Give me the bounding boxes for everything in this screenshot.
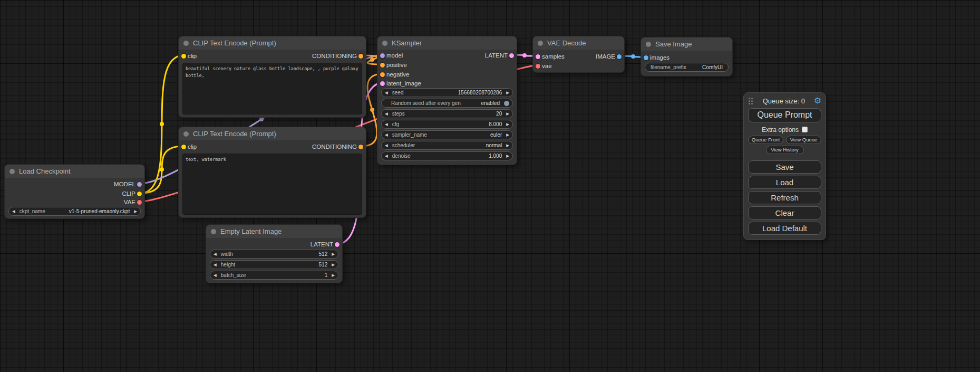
- slot-label: negative: [386, 71, 409, 78]
- increment-arrow-icon[interactable]: ▶: [506, 133, 509, 137]
- increment-arrow-icon[interactable]: ▶: [506, 112, 509, 116]
- node-graph-canvas[interactable]: Load Checkpoint MODEL CLIP VAE ◀ ckpt_na…: [0, 0, 980, 372]
- widget-steps[interactable]: ◀ steps 20 ▶: [381, 109, 513, 118]
- node-title-bar[interactable]: KSampler: [377, 36, 517, 50]
- output-slot-vae: VAE: [124, 198, 144, 206]
- toggle-knob[interactable]: [504, 101, 509, 106]
- widget-denoise[interactable]: ◀ denoise 1.000 ▶: [381, 151, 513, 160]
- increment-arrow-icon[interactable]: ▶: [332, 252, 335, 256]
- input-dot-positive[interactable]: [380, 63, 385, 68]
- input-dot-negative[interactable]: [380, 72, 385, 77]
- widget-filename-prefix[interactable]: filename_prefix ComfyUI: [645, 63, 729, 72]
- slot-label: clip: [188, 144, 197, 150]
- drag-handle-icon[interactable]: [748, 97, 754, 105]
- increment-arrow-icon[interactable]: ▶: [506, 154, 509, 158]
- view-history-button[interactable]: View History: [766, 146, 804, 154]
- input-slot-positive: positive: [377, 61, 407, 69]
- input-dot-vae[interactable]: [536, 64, 540, 69]
- increment-arrow-icon[interactable]: ▶: [506, 144, 509, 148]
- widget-value: 156680208700286: [458, 90, 502, 96]
- extra-options-row: Extra options: [748, 125, 821, 134]
- collapse-dot[interactable]: [183, 41, 189, 46]
- widget-height[interactable]: ◀ height 512 ▶: [210, 260, 338, 269]
- node-clip-text-encode-negative[interactable]: CLIP Text Encode (Prompt) clip CONDITION…: [178, 127, 366, 218]
- node-vae-decode[interactable]: VAE Decode samples vae IMAGE: [532, 36, 625, 73]
- save-button[interactable]: Save: [748, 160, 821, 174]
- queue-prompt-button[interactable]: Queue Prompt: [748, 108, 821, 122]
- refresh-button[interactable]: Refresh: [748, 191, 821, 204]
- node-load-checkpoint[interactable]: Load Checkpoint MODEL CLIP VAE ◀ ckpt_na…: [4, 164, 145, 219]
- output-dot-conditioning[interactable]: [358, 145, 363, 149]
- decrement-arrow-icon[interactable]: ◀: [12, 209, 15, 214]
- input-dot-model[interactable]: [380, 53, 385, 58]
- widget-scheduler[interactable]: ◀ scheduler normal ▶: [381, 141, 513, 150]
- widget-random-seed-toggle[interactable]: Random seed after every gen enabled: [381, 99, 513, 108]
- collapse-dot[interactable]: [538, 41, 543, 46]
- decrement-arrow-icon[interactable]: ◀: [385, 133, 388, 137]
- node-clip-text-encode-positive[interactable]: CLIP Text Encode (Prompt) clip CONDITION…: [178, 36, 366, 118]
- output-slot-model: MODEL: [114, 180, 144, 188]
- node-title-bar[interactable]: VAE Decode: [533, 36, 624, 50]
- node-title-bar[interactable]: Empty Latent Image: [206, 225, 342, 238]
- output-dot-image[interactable]: [617, 54, 622, 59]
- prompt-textarea[interactable]: beautiful scenery nature glass bottle la…: [182, 63, 362, 115]
- node-save-image[interactable]: Save Image images filename_prefix ComfyU…: [641, 37, 733, 77]
- widget-sampler-name[interactable]: ◀ sampler_name euler ▶: [381, 130, 513, 139]
- queue-front-button[interactable]: Queue Front: [748, 136, 783, 144]
- increment-arrow-icon[interactable]: ▶: [506, 91, 509, 95]
- collapse-dot[interactable]: [183, 131, 189, 137]
- increment-arrow-icon[interactable]: ▶: [332, 273, 335, 278]
- input-dot-clip[interactable]: [181, 145, 186, 149]
- widget-width[interactable]: ◀ width 512 ▶: [210, 250, 338, 259]
- decrement-arrow-icon[interactable]: ◀: [385, 91, 388, 95]
- node-title-bar[interactable]: Load Checkpoint: [5, 165, 144, 178]
- node-title-bar[interactable]: Save Image: [641, 37, 732, 51]
- input-dot-samples[interactable]: [536, 54, 540, 59]
- input-dot-images[interactable]: [644, 55, 648, 60]
- decrement-arrow-icon[interactable]: ◀: [385, 154, 388, 158]
- increment-arrow-icon[interactable]: ▶: [134, 209, 137, 214]
- decrement-arrow-icon[interactable]: ◀: [385, 112, 388, 116]
- node-title-bar[interactable]: CLIP Text Encode (Prompt): [179, 127, 366, 140]
- clear-button[interactable]: Clear: [748, 206, 821, 220]
- decrement-arrow-icon[interactable]: ◀: [385, 144, 388, 148]
- widget-ckpt-name[interactable]: ◀ ckpt_name v1-5-pruned-emaonly.ckpt ▶: [8, 207, 141, 216]
- extra-options-checkbox[interactable]: [802, 127, 808, 132]
- node-title-bar[interactable]: CLIP Text Encode (Prompt): [179, 36, 366, 50]
- slot-label: images: [650, 54, 669, 61]
- output-dot-clip[interactable]: [137, 192, 142, 196]
- decrement-arrow-icon[interactable]: ◀: [214, 273, 217, 278]
- load-default-button[interactable]: Load Default: [748, 222, 821, 235]
- prompt-textarea[interactable]: text, watermark: [182, 154, 362, 215]
- collapse-dot[interactable]: [9, 169, 15, 174]
- output-dot-latent[interactable]: [335, 242, 339, 247]
- widget-seed[interactable]: ◀ seed 156680208700286 ▶: [381, 88, 513, 97]
- collapse-dot[interactable]: [646, 42, 651, 47]
- slot-label: CONDITIONING: [312, 144, 357, 150]
- collapse-dot[interactable]: [382, 41, 387, 46]
- node-ksampler[interactable]: KSampler model positive negative latent_…: [377, 36, 517, 165]
- increment-arrow-icon[interactable]: ▶: [506, 122, 509, 127]
- output-dot-model[interactable]: [137, 182, 142, 187]
- load-button[interactable]: Load: [748, 176, 821, 189]
- view-queue-button[interactable]: View Queue: [786, 136, 821, 144]
- output-dot-latent[interactable]: [509, 53, 514, 58]
- widget-label: cfg: [392, 121, 399, 127]
- widget-value: 512: [319, 262, 328, 268]
- output-dot-conditioning[interactable]: [358, 54, 363, 59]
- widget-cfg[interactable]: ◀ cfg 8.000 ▶: [381, 120, 513, 129]
- widget-value: 512: [319, 251, 328, 257]
- collapse-dot[interactable]: [211, 229, 216, 234]
- output-dot-vae[interactable]: [137, 200, 142, 205]
- node-empty-latent-image[interactable]: Empty Latent Image LATENT ◀ width 512 ▶ …: [206, 224, 343, 283]
- settings-gear-icon[interactable]: ⚙: [814, 97, 821, 105]
- decrement-arrow-icon[interactable]: ◀: [385, 122, 388, 127]
- decrement-arrow-icon[interactable]: ◀: [214, 263, 217, 267]
- node-title: Save Image: [655, 40, 692, 48]
- increment-arrow-icon[interactable]: ▶: [332, 263, 335, 267]
- node-title: Load Checkpoint: [19, 167, 71, 175]
- widget-batch-size[interactable]: ◀ batch_size 1 ▶: [210, 271, 338, 280]
- input-dot-clip[interactable]: [181, 54, 186, 59]
- input-dot-latent-image[interactable]: [380, 81, 385, 86]
- decrement-arrow-icon[interactable]: ◀: [214, 252, 217, 256]
